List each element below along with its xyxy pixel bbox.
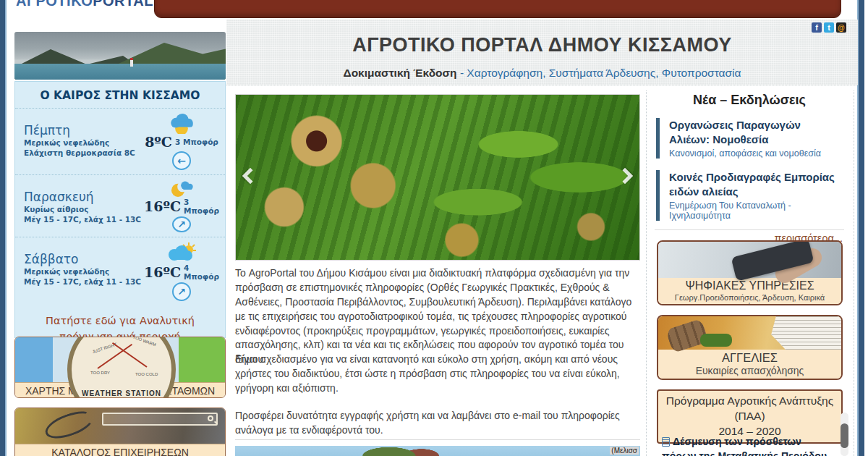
digital-services-caption: ΨΗΦΙΑΚΕΣ ΥΠΗΡΕΣΙΕΣ Γεωργ.Προειδοποιήσεις… — [658, 278, 841, 305]
news-panel-title: Νέα – Εκδηλώσεις — [656, 93, 843, 108]
paa-item-text: Δέσμευση των πρόσθετων πόρων της Μεταβατ… — [662, 436, 827, 456]
business-catalog-card[interactable]: ΚΑΤΑΛΟΓΟΣ ΕΠΙΧΕΙΡΗΣΕΩΝ — [14, 408, 226, 456]
news-item-title[interactable]: Κοινές Προδιαγραφές Εμπορίας ειδών αλιεί… — [669, 170, 843, 198]
logo-part-2: PORTAL — [93, 0, 153, 9]
weather-title: Ο ΚΑΙΡΟΣ ΣΤΗΝ ΚΙΣΣΑΜΟ — [15, 82, 225, 108]
weather-day-range: Ελάχιστη θερμοκρασία 8C — [24, 148, 144, 158]
column-separator — [854, 90, 854, 456]
carousel-next-button[interactable] — [617, 168, 634, 185]
column-separator — [646, 90, 647, 456]
digital-services-image — [658, 242, 841, 278]
wind-value: 4 Μποφόρ — [184, 263, 219, 281]
sun-cloud-icon — [166, 242, 197, 263]
facebook-icon[interactable]: f — [812, 22, 822, 33]
carousel-prev-button[interactable] — [242, 168, 259, 185]
digital-services-card[interactable]: ΨΗΦΙΑΚΕΣ ΥΠΗΡΕΣΙΕΣ Γεωργ.Προειδοποιήσεις… — [657, 240, 843, 305]
content-divider — [235, 439, 640, 440]
cable-shape — [42, 408, 97, 444]
cloud-moon-icon — [166, 113, 197, 134]
lighthouse-shape — [130, 58, 133, 67]
coastal-photo-banner — [14, 32, 226, 80]
twitter-icon[interactable]: t — [824, 22, 834, 33]
weather-day-row: Πέμπτη Μερικώς νεφελώδης Ελάχιστη θερμοκ… — [15, 108, 225, 174]
weather-day-name: Πέμπτη — [24, 123, 144, 138]
weather-day-desc: Μερικώς νεφελώδης — [24, 266, 144, 276]
weather-widget: Ο ΚΑΙΡΟΣ ΣΤΗΝ ΚΙΣΣΑΜΟ Πέμπτη Μερικώς νεφ… — [14, 81, 226, 338]
weather-day-row: Σάββατο Μερικώς νεφελώδης Μέγ 15 - 17C, … — [15, 237, 225, 306]
news-events-panel: Νέα – Εκδηλώσεις Οργανώσεις Παραγωγών Αλ… — [656, 93, 843, 244]
gauge-icon: JUST RIGHT TOO WARM TOO DRY TOO COLD WEA… — [67, 337, 176, 398]
paa-list-item[interactable]: Δέσμευση των πρόσθετων πόρων της Μεταβατ… — [662, 434, 834, 456]
classifieds-image — [658, 316, 841, 350]
temperature-value: 16ºC — [144, 198, 181, 214]
sea-shape — [14, 64, 226, 80]
weather-day-range: Μέγ 15 - 17C, ελάχ 11 - 13C — [24, 214, 144, 224]
moon-cloud-icon — [166, 180, 197, 198]
weather-station-gauge-image: JUST RIGHT TOO WARM TOO DRY TOO COLD WEA… — [15, 337, 225, 382]
wind-value: 3 Μποφόρ — [175, 138, 218, 146]
news-item-subtitle: Ενημέρωση Του Καταναλωτή - Ιχνηλασιμότητ… — [669, 200, 843, 221]
subscription-paragraph: Προσφέρει δυνατότητα εγγραφής χρήστη και… — [235, 409, 642, 438]
page-subtitle: Δοκιμαστική Έκδοση - Χαρτογράφηση, Συστή… — [226, 67, 858, 80]
secondary-carousel-partial: (Μελισσ — [235, 446, 640, 456]
paa-title-line1: Πρόγραμμα Αγροτικής Ανάπτυξης (ΠΑΑ) — [660, 394, 840, 424]
weather-day-name: Παρασκευή — [24, 190, 144, 204]
news-item-subtitle: Κανονισμοί, αποφάσεις και νομοθεσία — [669, 148, 843, 159]
subtitle-version: Δοκιμαστική Έκδοση — [343, 67, 456, 79]
weather-day-range: Μέγ 15 - 17C, ελάχ 11 - 13C — [24, 276, 144, 287]
temperature-value: 8ºC — [145, 134, 172, 150]
header-banner: f t @ ΑΓΡΟΤΙΚΟ ΠΟΡΤΑΛ ΔΗΜΟΥ ΚΙΣΣΑΜΟΥ Δοκ… — [226, 20, 858, 85]
social-links: f t @ — [812, 22, 846, 33]
wind-compass-icon: ↗ — [172, 216, 191, 232]
subtitle-topics: - Χαρτογράφηση, Συστήματα Άρδευσης, Φυτο… — [457, 67, 741, 79]
vegetables-shape — [700, 334, 732, 347]
weather-day-row: Παρασκευή Κυρίως αίθριος Μέγ 15 - 17C, ε… — [15, 174, 225, 237]
digital-services-title: ΨΗΦΙΑΚΕΣ ΥΠΗΡΕΣΙΕΣ — [658, 279, 841, 292]
page-frame-right — [859, 0, 864, 456]
wind-arrow: ↗ — [177, 219, 186, 230]
wind-compass-icon: ↗ — [172, 282, 191, 301]
wind-arrow: ↗ — [177, 286, 186, 297]
phone-shape — [731, 240, 814, 282]
temperature-value: 16ºC — [144, 264, 181, 280]
weather-day-desc: Μερικώς νεφελώδης — [24, 138, 144, 148]
search-bar-graphic — [102, 413, 218, 426]
classifieds-caption: ΑΓΓΕΛΙΕΣ Ευκαιρίες απασχόλησης — [658, 350, 841, 379]
classifieds-title: ΑΓΓΕΛΙΕΣ — [658, 351, 841, 365]
wind-arrow: ← — [177, 155, 186, 166]
news-item[interactable]: Οργανώσεις Παραγωγών Αλιέων: Νομοθεσία Κ… — [656, 118, 843, 159]
image-carousel — [235, 94, 640, 261]
newspaper-shape — [762, 316, 841, 350]
paa-scrollbar-thumb[interactable] — [841, 423, 848, 448]
catalog-search-image — [15, 408, 225, 444]
document-icon — [662, 437, 670, 447]
weather-day-name: Σάββατο — [24, 252, 144, 266]
top-navigation-bar[interactable] — [154, 0, 841, 18]
news-item-title[interactable]: Οργανώσεις Παραγωγών Αλιέων: Νομοθεσία — [669, 118, 843, 146]
classifieds-card[interactable]: ΑΓΓΕΛΙΕΣ Ευκαιρίες απασχόλησης — [657, 315, 843, 380]
logo-part-1: ΑΓΡΟΤΙΚΟ — [16, 0, 93, 9]
search-icon — [208, 415, 213, 421]
email-icon[interactable]: @ — [836, 22, 846, 33]
strip-image-label: (Μελισσ — [610, 447, 639, 455]
classifieds-subtitle: Ευκαιρίες απασχόλησης — [658, 365, 841, 376]
page-title: ΑΓΡΟΤΙΚΟ ΠΟΡΤΑΛ ΔΗΜΟΥ ΚΙΣΣΑΜΟΥ — [226, 34, 858, 56]
sidebar-divider — [655, 229, 844, 230]
news-item[interactable]: Κοινές Προδιαγραφές Εμπορίας ειδών αλιεί… — [656, 170, 843, 221]
gauge-label: TOO COLD — [135, 372, 158, 376]
wind-value: 3 Μποφόρ — [184, 198, 219, 215]
weather-stations-map-card[interactable]: JUST RIGHT TOO WARM TOO DRY TOO COLD WEA… — [14, 337, 226, 398]
digital-services-subtitle: Γεωργ.Προειδοποιήσεις, Άρδευση, Καιρικά … — [658, 293, 841, 305]
site-logo[interactable]: ΑΓΡΟΤΙΚΟPORTAL — [16, 0, 153, 9]
gauge-title: WEATHER STATION — [72, 389, 171, 397]
page-frame-left-inner — [5, 0, 7, 456]
gauge-label: TOO DRY — [90, 371, 110, 375]
wind-compass-icon: ← — [172, 151, 191, 170]
weather-day-desc: Κυρίως αίθριος — [24, 204, 144, 214]
usability-paragraph: Είναι σχεδιασμένο για να είναι κατανοητό… — [235, 352, 642, 396]
gauge-label: TOO WARM — [132, 337, 156, 347]
page-frame-left — [0, 0, 5, 456]
catalog-card-caption: ΚΑΤΑΛΟΓΟΣ ΕΠΙΧΕΙΡΗΣΕΩΝ — [15, 444, 225, 456]
